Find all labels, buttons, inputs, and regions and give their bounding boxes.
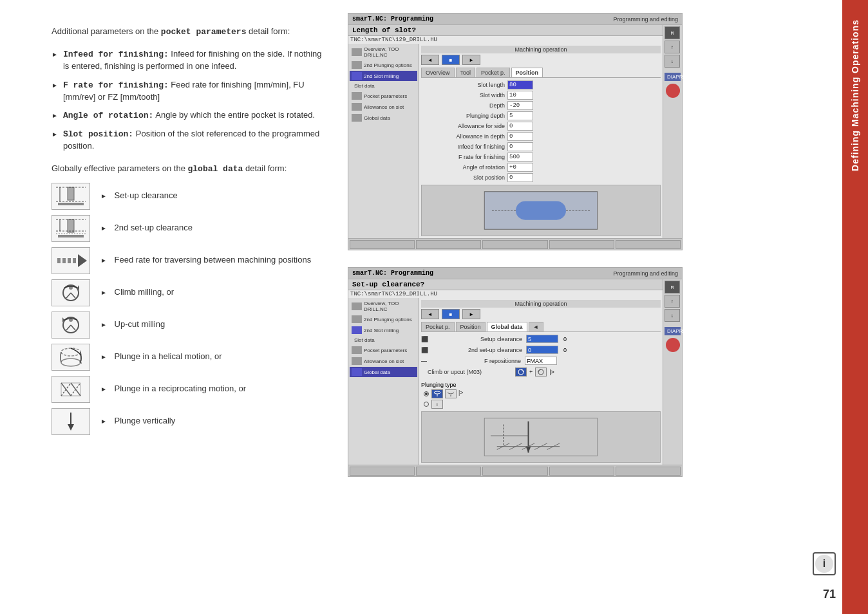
panel1-btn-1[interactable]: M xyxy=(665,26,680,39)
panel2-radio-1[interactable] xyxy=(424,391,429,396)
icon-row-reciprocating: ► Plunge in a reciprocating motion, or xyxy=(52,376,322,403)
icon-climb-milling xyxy=(52,279,90,306)
bullet-text-4: Slot position: Position of the slot refe… xyxy=(63,128,322,152)
icon-reciprocating xyxy=(52,376,90,403)
panel2-sidebar-item-4[interactable]: Pocket parameters xyxy=(350,345,417,355)
panel2-tab-position[interactable]: Position xyxy=(456,322,486,331)
panel1-fields: Slot length 80 Slot width 10 Depth -20 xyxy=(421,80,661,182)
panel1-sidebar-item-3[interactable]: Slot data xyxy=(350,82,417,90)
panel1-field-value-0: 80 xyxy=(507,80,533,89)
panel2-sidebar-item-1[interactable]: 2nd Plunging options xyxy=(350,314,417,324)
panel1-field-value-6: 0 xyxy=(507,142,533,151)
bullet-arrow-4: ► xyxy=(52,130,58,139)
panel1-circle-btn[interactable] xyxy=(666,84,680,98)
panel2-machining-header: Machining operation xyxy=(421,300,661,308)
panel1-bottom-btn-4[interactable] xyxy=(549,240,614,249)
panel1-tab-tool[interactable]: Tool xyxy=(456,68,476,77)
panel1-btn-2[interactable]: ↑ xyxy=(665,41,680,53)
panel1-tab-position[interactable]: Position xyxy=(511,68,543,77)
panel1-tab-pocket[interactable]: Pocket p. xyxy=(476,68,510,77)
chapter-tab-label: Defining Machining Operations xyxy=(850,19,860,171)
panel1-bottom-btn-3[interactable] xyxy=(482,240,547,249)
panel1-bottom-btn-2[interactable] xyxy=(416,240,481,249)
panel1-sidebar-item-6[interactable]: Global data xyxy=(350,113,417,123)
panel2-climb-icon-1[interactable] xyxy=(515,367,527,377)
icon-setup2-clearance xyxy=(52,215,90,242)
panel1-tabs: Overview Tool Pocket p. Position xyxy=(421,68,661,78)
bullet-item-2: ► F rate for finishing: Feed rate for fi… xyxy=(52,79,322,103)
panel1-field-value-1: 10 xyxy=(507,91,533,100)
panel2-plunging-option-2: i xyxy=(424,400,661,409)
panel2-nav-btn-3[interactable]: ► xyxy=(462,309,480,319)
panel2-preview xyxy=(421,411,661,463)
panel2-field-climb: Climb or upcut (M03) + xyxy=(421,367,661,377)
panel2-nav-btn-2[interactable]: ■ xyxy=(442,309,460,319)
panel2-field-setup2: ⬛ 2nd set-up clearance 0 0 xyxy=(421,346,661,354)
panel2-sidebar-item-2[interactable]: 2nd Slot milling xyxy=(350,325,417,335)
panel2-bottom-btn-3[interactable] xyxy=(482,467,547,476)
svg-point-35 xyxy=(434,391,440,394)
panel2-sidebar-icon-1 xyxy=(352,315,362,323)
panel2-plunge-icon-1 xyxy=(431,389,443,398)
panel1-field-value-8: +0 xyxy=(507,163,533,172)
panel1-sidebar-item-0[interactable]: Overview, TOO DRILL.NC xyxy=(350,45,417,59)
panel2-fpos-value: FMAX xyxy=(525,357,557,365)
panel2-nav-btn-1[interactable]: ◄ xyxy=(421,309,439,319)
panel1-btn-3[interactable]: ↓ xyxy=(665,55,680,68)
panel2-tab-global[interactable]: Global data xyxy=(487,322,527,331)
bullet-arrow-1: ► xyxy=(52,50,58,59)
panel1-sidebar-item-2[interactable]: 2nd Slot milling xyxy=(350,71,417,81)
panel2-radio-2[interactable] xyxy=(424,402,429,407)
panel2-bottom-btn-1[interactable] xyxy=(350,467,415,476)
panel1-sidebar-item-5[interactable]: Allowance on slot xyxy=(350,102,417,112)
svg-rect-6 xyxy=(68,219,74,232)
panel2-plunging-option-1: |> xyxy=(424,389,661,398)
panel1-bottom-btn-1[interactable] xyxy=(350,240,415,249)
panel1-sidebar-item-4[interactable]: Pocket parameters xyxy=(350,91,417,101)
global-text: Globally effective parameters on the glo… xyxy=(52,163,322,175)
panel2-sidebar-item-3[interactable]: Slot data xyxy=(350,336,417,344)
icon-row-climb: ► Climb milling, or xyxy=(52,279,322,306)
panel-setup-clearance: smarT.NC: Programming Programming and ed… xyxy=(348,267,683,477)
panel2-bottom-btn-2[interactable] xyxy=(416,467,481,476)
chapter-tab: Defining Machining Operations xyxy=(842,0,868,614)
icon-row-helical: ► Plunge in a helical motion, or xyxy=(52,344,322,371)
panel2-sidebar-item-5[interactable]: Allowance on slot xyxy=(350,356,417,366)
panel2-plunge-icon-2 xyxy=(445,389,457,398)
panel2-title: Set-up clearance? xyxy=(348,279,663,290)
panel2-bottom-btn-4[interactable] xyxy=(549,467,614,476)
panel2-main: Machining operation ◄ ■ ► Pocket p. Posi… xyxy=(419,298,663,465)
sidebar-icon-1 xyxy=(352,61,362,69)
icon-row-feedrate: ► Feed rate for traversing between machi… xyxy=(52,247,322,274)
panel2-btn-2[interactable]: ↑ xyxy=(665,295,680,308)
svg-rect-38 xyxy=(484,418,598,456)
panel2-btn-1[interactable]: M xyxy=(665,281,680,293)
panel2-tab-extra[interactable]: ◄ xyxy=(529,322,543,331)
panel1-field-1: Slot width 10 xyxy=(421,91,661,100)
panel2-bottom-btn-5[interactable] xyxy=(616,467,681,476)
panel1-nav-btn-1[interactable]: ◄ xyxy=(421,55,439,65)
panel2-btn-3[interactable]: ↓ xyxy=(665,309,680,322)
panel1-nav-btn-2[interactable]: ■ xyxy=(442,55,460,65)
panel1-sidebar-item-1[interactable]: 2nd Plunging options xyxy=(350,60,417,70)
panel2-header-right: Programming and editing xyxy=(613,270,678,277)
panel2-header: smarT.NC: Programming Programming and ed… xyxy=(348,268,682,279)
panel1-nav-btn-3[interactable]: ► xyxy=(462,55,480,65)
panel2-plunging-label: Plunging type xyxy=(421,382,661,388)
panel1-field-4: Allowance for side 0 xyxy=(421,122,661,131)
panel2-tab-pocket[interactable]: Pocket p. xyxy=(421,322,455,331)
panel2-sidebar-item-0[interactable]: Overview, TOO DRILL.NC xyxy=(350,299,417,313)
intro-paragraph: Additional parameters on the pocket para… xyxy=(52,26,322,38)
panel1-header-title: smarT.NC: Programming xyxy=(352,15,433,23)
panel1-tab-overview[interactable]: Overview xyxy=(421,68,455,77)
icon-setup-clearance xyxy=(52,183,90,210)
panel1-field-value-3: 5 xyxy=(507,111,533,120)
panel2-circle-btn[interactable] xyxy=(666,338,680,352)
panel1-field-0: Slot length 80 xyxy=(421,80,661,89)
panel1-field-value-4: 0 xyxy=(507,122,533,131)
panel2-sidebar-icon-0 xyxy=(352,302,362,310)
svg-rect-0 xyxy=(58,203,84,205)
panel2-climb-icon-2[interactable] xyxy=(535,367,547,377)
panel1-bottom-btn-5[interactable] xyxy=(616,240,681,249)
panel2-sidebar-item-6[interactable]: Global data xyxy=(350,367,417,377)
